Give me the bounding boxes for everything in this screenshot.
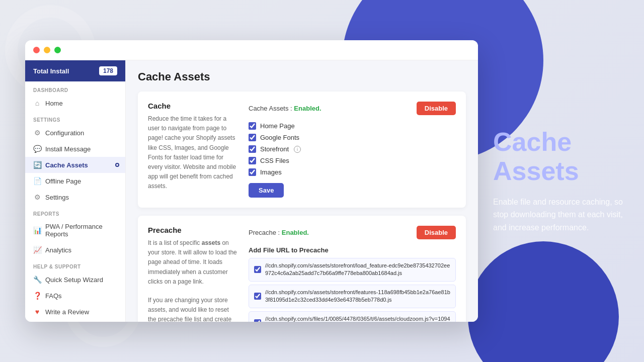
precache-section-description: It is a list of specific assets on your … [148,238,238,287]
add-file-label: Add File URL to Precache [249,246,456,254]
storefront-checkbox[interactable] [249,145,256,153]
home-page-label: Home Page [260,122,295,130]
home-icon: ⌂ [33,99,41,107]
cache-checkbox-home-page[interactable]: Home Page [249,122,456,130]
url-item-3: //cdn.shopify.com/s/files/1/0085/4478/03… [249,311,456,322]
sidebar-item-label: Settings [45,194,69,201]
precache-desc-part1: It is a list of specific [148,239,202,246]
sidebar-item-settings[interactable]: ⚙ Settings [25,189,125,205]
sidebar-item-quick-setup[interactable]: 🔧 Quick Setup Wizard [25,272,125,288]
sidebar-header-title: Total Install [33,67,69,75]
cache-status-bar: Cache Assets : Enabled. Disable [249,102,456,115]
configuration-icon: ⚙ [33,129,41,137]
browser-window: Total Install 178 DASHBOARD ⌂ Home SETTI… [25,40,478,322]
cache-checkbox-list: Home Page Google Fonts Storefront i [249,122,456,176]
home-page-checkbox[interactable] [249,122,256,130]
quick-setup-icon: 🔧 [33,276,41,284]
sidebar-item-offline-page[interactable]: 📄 Offline Page [25,173,125,189]
sidebar-item-label: Home [45,100,63,107]
main-content: Cache Assets Cache Reduce the time it ta… [126,60,478,322]
sidebar-item-label: FAQs [45,292,62,300]
images-label: Images [260,168,282,176]
precache-status-value: Enabled. [282,229,309,236]
google-fonts-label: Google Fonts [260,134,299,141]
precache-section-description2: If you are changing your store assets, a… [148,296,238,322]
sidebar-item-write-review[interactable]: ♥ Write a Review [25,304,125,320]
cache-save-button[interactable]: Save [249,183,284,198]
sidebar-item-label: Offline Page [45,177,81,185]
write-review-icon: ♥ [33,308,41,316]
cache-section-title: Cache [148,102,238,110]
cache-checkbox-storefront[interactable]: Storefront i [249,145,456,153]
sidebar-item-analytics[interactable]: 📈 Analytics [25,242,125,258]
sidebar-item-label: Configuration [45,129,84,137]
cache-assets-icon: 🔄 [33,161,41,169]
storefront-info-icon: i [294,146,301,153]
right-panel-title-line1: Cache [493,127,572,156]
precache-section-title: Precache [148,226,238,234]
css-files-checkbox[interactable] [249,157,256,164]
sidebar-item-pwa-reports[interactable]: 📊 PWA / Performance Reports [25,219,125,242]
sidebar-item-label: Analytics [45,246,71,254]
url3-text: //cdn.shopify.com/s/files/1/0085/4478/03… [265,315,450,322]
pwa-reports-icon: 📊 [33,226,41,234]
page-title: Cache Assets [138,70,466,83]
cache-checkbox-css-files[interactable]: CSS Files [249,157,456,164]
precache-status-label: Precache : [249,229,280,236]
sidebar-item-cache-assets[interactable]: 🔄 Cache Assets [25,157,125,173]
url-list: //cdn.shopify.com/s/assets/storefront/lo… [249,258,456,322]
sidebar-section-settings: SETTINGS [25,111,125,125]
settings-icon: ⚙ [33,193,41,201]
cache-card-inner: Cache Reduce the time it takes for a use… [148,102,456,198]
url3-checkbox[interactable] [254,319,261,322]
cache-disable-button[interactable]: Disable [417,102,456,115]
url-item-2: //cdn.shopify.com/s/assets/storefront/fe… [249,285,456,308]
sidebar-item-label: Quick Setup Wizard [45,276,103,284]
right-panel-description: Enable file and resource caching, so sto… [493,196,624,234]
precache-disable-button[interactable]: Disable [417,226,456,239]
precache-card-right: Precache : Enabled. Disable Add File URL… [249,226,456,322]
sidebar-item-home[interactable]: ⌂ Home [25,95,125,111]
sidebar-section-dashboard: DASHBOARD [25,81,125,95]
sidebar: Total Install 178 DASHBOARD ⌂ Home SETTI… [25,60,126,322]
precache-desc-bold: assets [202,239,220,246]
sidebar-header-badge: 178 [99,66,117,75]
google-fonts-checkbox[interactable] [249,134,256,141]
cache-checkbox-google-fonts[interactable]: Google Fonts [249,134,456,141]
precache-card-inner: Precache It is a list of specific assets… [148,226,456,322]
browser-titlebar [25,40,478,60]
precache-card: Precache It is a list of specific assets… [138,216,466,322]
traffic-light-green[interactable] [54,47,61,53]
app-layout: Total Install 178 DASHBOARD ⌂ Home SETTI… [25,60,478,322]
sidebar-section-help: HELP & SUPPORT [25,258,125,272]
precache-status-text: Precache : Enabled. [249,229,309,236]
storefront-label: Storefront [260,145,289,153]
precache-card-left: Precache It is a list of specific assets… [148,226,238,322]
sidebar-item-label: Write a Review [45,308,89,316]
cache-card: Cache Reduce the time it takes for a use… [138,92,466,208]
sidebar-item-faqs[interactable]: ❓ FAQs [25,288,125,304]
cache-checkbox-images[interactable]: Images [249,168,456,176]
precache-desc2: If you are changing your store assets, a… [148,297,231,322]
url2-text: //cdn.shopify.com/s/assets/storefront/fe… [265,289,450,304]
faqs-icon: ❓ [33,292,41,300]
sidebar-section-reports: REPORTS [25,205,125,219]
cache-card-left: Cache Reduce the time it takes for a use… [148,102,238,198]
precache-status-bar: Precache : Enabled. Disable [249,226,456,239]
url1-text: //cdn.shopify.com/s/assets/storefront/lo… [265,262,450,278]
sidebar-item-label: PWA / Performance Reports [45,223,117,238]
traffic-light-red[interactable] [33,47,40,53]
active-dot [115,163,119,167]
url1-checkbox[interactable] [254,266,261,273]
traffic-light-yellow[interactable] [44,47,50,53]
cache-status-value: Enabled. [294,105,321,112]
cache-status-text: Cache Assets : Enabled. [249,105,321,112]
offline-page-icon: 📄 [33,177,41,185]
sidebar-item-configuration[interactable]: ⚙ Configuration [25,125,125,141]
cache-card-right: Cache Assets : Enabled. Disable Home Pag… [249,102,456,198]
images-checkbox[interactable] [249,168,256,176]
right-panel-title: Cache Assets [493,128,624,185]
url2-checkbox[interactable] [254,293,261,300]
css-files-label: CSS Files [260,157,289,164]
sidebar-item-install-message[interactable]: 💬 Install Message [25,141,125,157]
